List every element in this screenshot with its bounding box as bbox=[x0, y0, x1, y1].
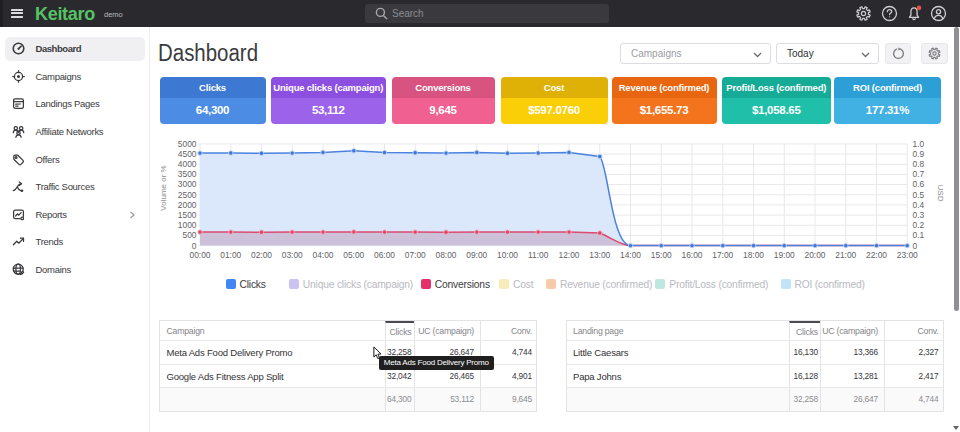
svg-text:500: 500 bbox=[183, 230, 197, 240]
svg-text:4000: 4000 bbox=[178, 159, 197, 169]
svg-text:USD: USD bbox=[936, 185, 945, 202]
svg-text:0.9: 0.9 bbox=[913, 149, 925, 159]
svg-text:17:00: 17:00 bbox=[712, 250, 733, 260]
svg-text:05:00: 05:00 bbox=[343, 250, 364, 260]
svg-text:14:00: 14:00 bbox=[620, 250, 641, 260]
svg-text:20:00: 20:00 bbox=[805, 250, 826, 260]
svg-text:0.5: 0.5 bbox=[913, 190, 925, 200]
svg-text:2500: 2500 bbox=[178, 190, 197, 200]
svg-text:0.7: 0.7 bbox=[913, 169, 925, 179]
svg-text:Volume or %: Volume or % bbox=[159, 165, 168, 210]
svg-text:0.4: 0.4 bbox=[913, 200, 925, 210]
svg-text:02:00: 02:00 bbox=[251, 250, 272, 260]
svg-text:18:00: 18:00 bbox=[743, 250, 764, 260]
svg-text:21:00: 21:00 bbox=[835, 250, 856, 260]
svg-text:1000: 1000 bbox=[178, 220, 197, 230]
svg-text:00:00: 00:00 bbox=[190, 250, 211, 260]
svg-text:0.8: 0.8 bbox=[913, 159, 925, 169]
svg-text:11:00: 11:00 bbox=[528, 250, 549, 260]
svg-text:08:00: 08:00 bbox=[436, 250, 457, 260]
svg-text:3500: 3500 bbox=[178, 169, 197, 179]
svg-text:2000: 2000 bbox=[178, 200, 197, 210]
svg-text:22:00: 22:00 bbox=[866, 250, 887, 260]
svg-text:01:00: 01:00 bbox=[220, 250, 241, 260]
svg-text:23:00: 23:00 bbox=[897, 250, 918, 260]
svg-text:5000: 5000 bbox=[178, 139, 197, 149]
svg-text:0.3: 0.3 bbox=[913, 210, 925, 220]
svg-text:0.1: 0.1 bbox=[913, 230, 925, 240]
svg-text:10:00: 10:00 bbox=[497, 250, 518, 260]
svg-text:1500: 1500 bbox=[178, 210, 197, 220]
svg-text:16:00: 16:00 bbox=[682, 250, 703, 260]
svg-text:07:00: 07:00 bbox=[405, 250, 426, 260]
svg-text:06:00: 06:00 bbox=[374, 250, 395, 260]
svg-text:13:00: 13:00 bbox=[589, 250, 610, 260]
svg-text:3000: 3000 bbox=[178, 179, 197, 189]
svg-text:03:00: 03:00 bbox=[282, 250, 303, 260]
svg-text:0.6: 0.6 bbox=[913, 179, 925, 189]
svg-text:09:00: 09:00 bbox=[466, 250, 487, 260]
svg-text:4500: 4500 bbox=[178, 149, 197, 159]
svg-text:04:00: 04:00 bbox=[313, 250, 334, 260]
svg-text:12:00: 12:00 bbox=[559, 250, 580, 260]
svg-text:15:00: 15:00 bbox=[651, 250, 672, 260]
svg-text:0.2: 0.2 bbox=[913, 220, 925, 230]
svg-text:19:00: 19:00 bbox=[774, 250, 795, 260]
svg-text:1.0: 1.0 bbox=[913, 139, 925, 149]
